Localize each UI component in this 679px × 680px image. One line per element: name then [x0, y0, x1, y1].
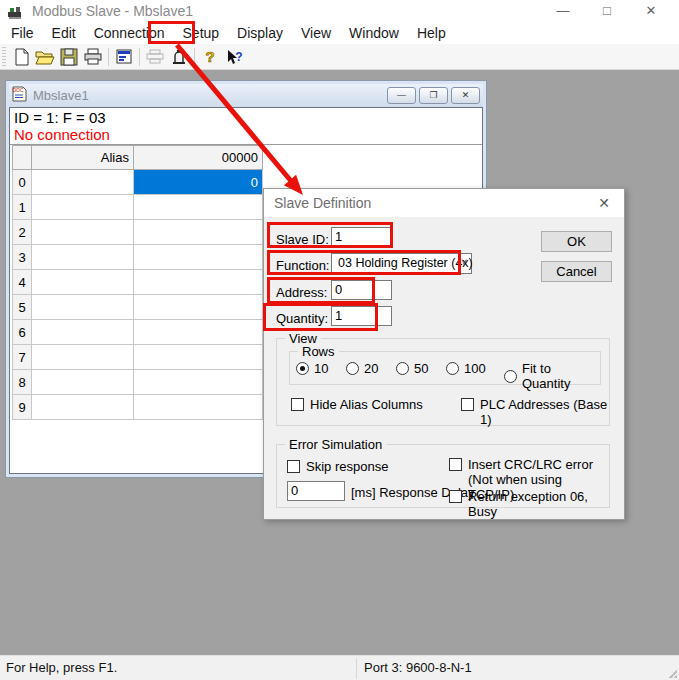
- dialog-titlebar[interactable]: Slave Definition ✕: [264, 189, 624, 217]
- mbslave1-titlebar[interactable]: DOC Mbslave1 — ❐ ✕: [9, 84, 483, 107]
- table-row: 6: [13, 320, 263, 345]
- status-separator: [356, 658, 357, 679]
- save-icon[interactable]: [57, 46, 81, 68]
- row-number[interactable]: 8: [13, 370, 32, 395]
- help-icon[interactable]: ?: [198, 46, 222, 68]
- maximize-button[interactable]: □: [585, 0, 629, 22]
- register-cell[interactable]: [134, 220, 263, 245]
- child-restore-button[interactable]: ❐: [419, 87, 448, 104]
- hide-alias-columns-checkbox[interactable]: Hide Alias Columns: [291, 397, 423, 412]
- alias-cell[interactable]: [32, 370, 134, 395]
- menu-display[interactable]: Display: [228, 22, 292, 44]
- register-cell[interactable]: [134, 395, 263, 420]
- rows-50-radio[interactable]: 50: [396, 361, 428, 376]
- menu-edit[interactable]: Edit: [43, 22, 85, 44]
- menu-window[interactable]: Window: [340, 22, 408, 44]
- quantity-label: Quantity:: [276, 311, 328, 326]
- child-close-button[interactable]: ✕: [451, 87, 480, 104]
- alias-cell[interactable]: [32, 270, 134, 295]
- alias-cell[interactable]: [32, 295, 134, 320]
- alias-cell[interactable]: [32, 245, 134, 270]
- fit-to-quantity-radio[interactable]: Fit to Quantity: [504, 361, 600, 391]
- function-dropdown[interactable]: 03 Holding Register (4x)˅: [331, 253, 472, 274]
- rows-group-label: Rows: [298, 344, 339, 359]
- row-number[interactable]: 3: [13, 245, 32, 270]
- menu-file[interactable]: File: [2, 22, 43, 44]
- rows-20-radio[interactable]: 20: [346, 361, 378, 376]
- status-help-text: For Help, press F1.: [6, 660, 117, 675]
- menu-view[interactable]: View: [292, 22, 340, 44]
- alias-cell[interactable]: [32, 395, 134, 420]
- register-cell-selected[interactable]: 0: [134, 170, 263, 195]
- slave-id-input[interactable]: 1: [331, 227, 392, 247]
- row-number[interactable]: 6: [13, 320, 32, 345]
- alias-cell[interactable]: [32, 345, 134, 370]
- insert-crc-error-checkbox[interactable]: Insert CRC/LRC error: [449, 457, 593, 472]
- response-delay-input[interactable]: 0: [287, 481, 345, 501]
- toolbar-separator: [139, 48, 140, 66]
- context-help-icon[interactable]: ?: [222, 46, 246, 68]
- resize-grip[interactable]: [667, 668, 677, 678]
- table-row: 9: [13, 395, 263, 420]
- mbslave1-title: Mbslave1: [33, 88, 89, 103]
- alias-cell[interactable]: [32, 320, 134, 345]
- register-grid[interactable]: Alias 00000 00 1 2 3 4 5 6 7 8 9: [12, 145, 263, 420]
- alias-column-header[interactable]: Alias: [32, 146, 134, 170]
- plc-addresses-checkbox[interactable]: PLC Addresses (Base 1): [461, 397, 609, 427]
- menu-connection[interactable]: Connection: [85, 22, 174, 44]
- register-cell[interactable]: [134, 320, 263, 345]
- quantity-input[interactable]: 1: [331, 306, 392, 326]
- new-file-icon[interactable]: [9, 46, 33, 68]
- row-number[interactable]: 0: [13, 170, 32, 195]
- skip-response-checkbox[interactable]: Skip response: [287, 459, 388, 474]
- register-cell[interactable]: [134, 270, 263, 295]
- toolbar-separator: [108, 48, 109, 66]
- alias-cell[interactable]: [32, 220, 134, 245]
- table-row: 5: [13, 295, 263, 320]
- display-setup-icon[interactable]: [112, 46, 136, 68]
- address-input[interactable]: 0: [331, 280, 392, 300]
- alias-cell[interactable]: [32, 170, 134, 195]
- row-number[interactable]: 5: [13, 295, 32, 320]
- grid-header-row: Alias 00000: [13, 146, 263, 170]
- register-column-header[interactable]: 00000: [134, 146, 263, 170]
- cancel-button[interactable]: Cancel: [541, 261, 612, 282]
- register-cell[interactable]: [134, 295, 263, 320]
- rows-100-radio[interactable]: 100: [446, 361, 486, 376]
- open-file-icon[interactable]: [33, 46, 57, 68]
- ok-button[interactable]: OK: [541, 231, 612, 252]
- document-icon: DOC: [12, 86, 27, 105]
- slave-id-function-status: ID = 1: F = 03: [14, 109, 482, 126]
- register-cell[interactable]: [134, 345, 263, 370]
- close-button[interactable]: ✕: [629, 0, 673, 22]
- alias-cell[interactable]: [32, 195, 134, 220]
- return-exception-checkbox[interactable]: Return exception 06, Busy: [449, 489, 609, 519]
- row-number[interactable]: 7: [13, 345, 32, 370]
- register-cell[interactable]: [134, 370, 263, 395]
- communication-icon[interactable]: [167, 46, 191, 68]
- register-cell[interactable]: [134, 195, 263, 220]
- menu-setup[interactable]: Setup: [174, 22, 229, 44]
- grid-corner-cell: [13, 146, 32, 170]
- menu-bar: File Edit Connection Setup Display View …: [0, 22, 679, 44]
- row-number[interactable]: 9: [13, 395, 32, 420]
- menu-help[interactable]: Help: [408, 22, 455, 44]
- toolbar-grip[interactable]: [2, 47, 6, 67]
- child-minimize-button[interactable]: —: [387, 87, 416, 104]
- svg-text:?: ?: [235, 50, 242, 64]
- rows-10-radio[interactable]: 10: [296, 361, 328, 376]
- register-header: ID = 1: F = 03 No connection: [10, 108, 482, 145]
- slave-definition-dialog[interactable]: Slave Definition ✕ Slave ID: 1 Function:…: [263, 188, 625, 520]
- row-number[interactable]: 4: [13, 270, 32, 295]
- dialog-close-icon[interactable]: ✕: [594, 195, 614, 211]
- svg-text:DOC: DOC: [12, 87, 24, 93]
- minimize-button[interactable]: —: [541, 0, 585, 22]
- window-title: Modbus Slave - Mbslave1: [32, 3, 193, 19]
- toolbar-separator: [194, 48, 195, 66]
- chevron-down-icon[interactable]: ˅: [461, 257, 467, 268]
- row-number[interactable]: 1: [13, 195, 32, 220]
- dialog-title: Slave Definition: [274, 195, 371, 211]
- print-icon[interactable]: [81, 46, 105, 68]
- register-cell[interactable]: [134, 245, 263, 270]
- row-number[interactable]: 2: [13, 220, 32, 245]
